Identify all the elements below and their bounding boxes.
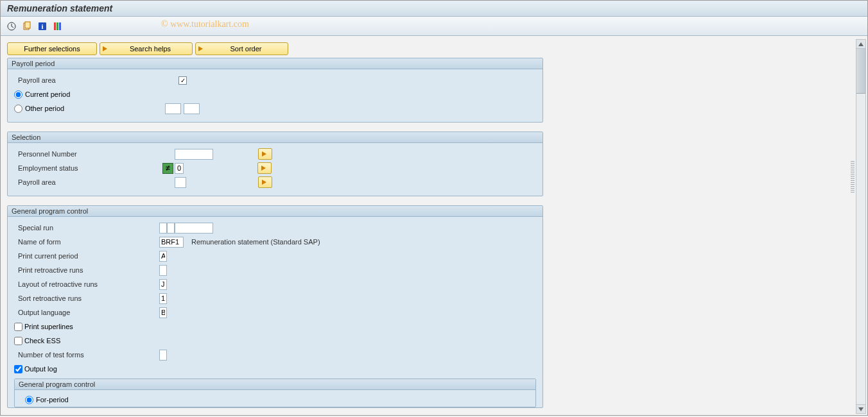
arrow-right-icon <box>262 151 266 157</box>
output-language-label: Output language <box>14 309 159 316</box>
payroll-area-sel-label: Payroll area <box>14 178 159 186</box>
output-language-input[interactable] <box>159 307 167 318</box>
other-period-input-1[interactable] <box>165 103 181 114</box>
sort-order-button[interactable]: Sort order <box>195 42 288 55</box>
button-label: Search helps <box>114 45 187 53</box>
group-header: General program control <box>8 206 542 217</box>
print-superlines-checkbox[interactable] <box>14 323 22 331</box>
employment-status-multiple-button[interactable] <box>257 162 272 174</box>
print-superlines-label: Print superlines <box>24 323 73 330</box>
vertical-scrollbar[interactable] <box>856 39 866 414</box>
current-period-radio[interactable] <box>14 90 22 99</box>
button-row: Further selections Search helps Sort ord… <box>7 42 861 55</box>
print-retroactive-label: Print retroactive runs <box>14 266 159 274</box>
execute-icon[interactable] <box>6 21 17 32</box>
special-run-input-1b[interactable] <box>167 223 175 234</box>
for-period-label: For-period <box>36 396 69 404</box>
group-header: Payroll period <box>8 58 542 69</box>
button-label: Further selections <box>24 45 80 53</box>
search-helps-button[interactable]: Search helps <box>100 42 193 55</box>
sort-retroactive-label: Sort retroactive runs <box>14 294 159 302</box>
payroll-period-group: Payroll period Payroll area ✓ Current pe… <box>7 58 543 123</box>
variant-icon[interactable] <box>21 21 33 32</box>
button-label: Sort order <box>209 45 282 53</box>
payroll-area-multiple-button[interactable] <box>258 176 272 188</box>
personnel-number-label: Personnel Number <box>14 150 159 158</box>
page-title: Remuneration statement <box>1 1 867 17</box>
svg-rect-5 <box>54 22 56 30</box>
arrow-right-icon <box>103 46 107 51</box>
svg-rect-2 <box>25 22 30 28</box>
layout-icon[interactable] <box>52 21 64 32</box>
toolbar: i © www.tutorialkart.com <box>1 17 867 36</box>
scroll-down-icon[interactable] <box>856 404 865 413</box>
check-ess-checkbox[interactable] <box>14 337 22 345</box>
current-period-label: Current period <box>25 90 70 98</box>
payroll-area-label: Payroll area <box>14 76 159 84</box>
personnel-number-input[interactable] <box>175 149 213 160</box>
svg-rect-6 <box>56 22 58 30</box>
title-text: Remuneration statement <box>7 3 112 13</box>
check-ess-label: Check ESS <box>24 337 60 345</box>
sort-retroactive-input[interactable] <box>159 293 167 304</box>
scroll-up-icon[interactable] <box>856 40 865 49</box>
info-icon[interactable]: i <box>37 21 48 32</box>
svg-rect-7 <box>59 22 61 30</box>
number-test-forms-input[interactable] <box>159 350 167 361</box>
svg-text:i: i <box>41 22 43 30</box>
payroll-area-sel-input[interactable] <box>175 177 186 188</box>
other-period-radio[interactable] <box>14 105 22 113</box>
group-header: Selection <box>8 132 542 143</box>
special-run-input-1[interactable] <box>159 223 167 234</box>
scroll-thumb[interactable] <box>856 49 865 94</box>
further-selections-button[interactable]: Further selections <box>7 42 97 55</box>
name-of-form-input[interactable] <box>159 237 184 248</box>
layout-retroactive-input[interactable] <box>159 279 167 290</box>
employment-status-label: Employment status <box>14 164 159 172</box>
nested-group-header: General program control <box>15 379 535 390</box>
watermark: © www.tutorialkart.com <box>161 19 249 30</box>
employment-status-input[interactable] <box>175 163 184 174</box>
other-period-input-2[interactable] <box>184 103 200 114</box>
nested-general-group: General program control For-period <box>14 379 536 407</box>
selection-group: Selection Personnel Number Employment st… <box>7 132 543 196</box>
other-period-label: Other period <box>25 105 162 112</box>
print-current-period-input[interactable] <box>159 251 167 262</box>
arrow-right-icon <box>261 166 266 171</box>
name-of-form-desc: Remuneration statement (Standard SAP) <box>191 238 320 246</box>
arrow-right-icon <box>198 46 203 51</box>
special-run-label: Special run <box>14 224 159 232</box>
print-current-period-label: Print current period <box>14 252 159 260</box>
output-log-label: Output log <box>24 365 57 373</box>
personnel-number-multiple-button[interactable] <box>258 148 272 160</box>
print-retroactive-input[interactable] <box>159 265 167 276</box>
output-log-checkbox[interactable] <box>14 365 22 373</box>
content-area: Further selections Search helps Sort ord… <box>1 36 867 415</box>
special-run-input-2[interactable] <box>175 223 213 234</box>
splitter-handle[interactable] <box>851 161 855 193</box>
layout-retroactive-label: Layout of retroactive runs <box>14 280 159 288</box>
not-equal-icon[interactable]: ≠ <box>162 163 173 174</box>
payroll-area-checkbox[interactable]: ✓ <box>178 76 187 85</box>
name-of-form-label: Name of form <box>14 238 159 246</box>
number-test-forms-label: Number of test forms <box>14 351 159 359</box>
for-period-radio[interactable] <box>25 396 33 404</box>
general-program-control-group: General program control Special run Name… <box>7 205 543 408</box>
arrow-right-icon <box>262 180 266 185</box>
